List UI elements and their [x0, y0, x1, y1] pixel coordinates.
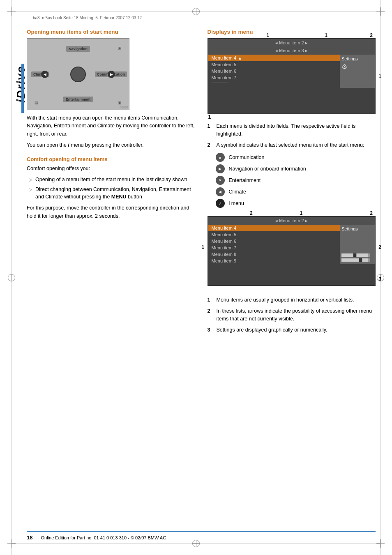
settings-bars	[341, 253, 373, 263]
bottom-label-3: 3	[378, 276, 381, 282]
section1-heading: Opening menu items of start menu	[27, 29, 195, 35]
section2-heading: Comfort opening of menu items	[27, 156, 195, 162]
screen1-item5: Menu item 5	[208, 61, 340, 68]
screen2: 2 1 2 ◂ Menu item 2 ▸ Menu item 4 Menu i…	[208, 216, 376, 286]
numbered-item-2-1: 1 Menu items are usually grouped in hori…	[208, 296, 376, 304]
side-label-screen2-2: 2	[378, 244, 381, 250]
body-text-2: You can open the i menu by pressing the …	[27, 141, 195, 149]
footer: 18 Online Edition for Part no. 01 41 0 0…	[27, 531, 376, 541]
screen1-item6: Menu item 6	[208, 68, 340, 74]
circle-mark-bottom	[192, 540, 200, 547]
header-info: ba8_m5us.book Seite 18 Montag, 5. Februa…	[33, 16, 142, 20]
bullet-item-2: ▷ Direct changing between Communication,…	[29, 186, 195, 201]
circle-mark-left	[8, 274, 15, 281]
screen1-menu-list: Menu item 4 ▲ Menu item 5 Menu item 6 Me…	[208, 55, 340, 88]
screen1-scrollbar: ▔▔▔▔▔	[208, 81, 340, 88]
screen1-item4: Menu item 4 ▲	[208, 55, 340, 61]
two-column-layout: Opening menu items of start menu Navigat…	[27, 29, 376, 338]
crosshair-bottom-left	[7, 539, 16, 548]
screen1-item7: Menu item 7	[208, 74, 340, 81]
file-info-text: ba8_m5us.book Seite 18 Montag, 5. Februa…	[33, 16, 142, 20]
screen2-row1: ◂ Menu item 2 ▸	[208, 217, 375, 225]
screen2-item9: Menu item 9	[208, 258, 340, 264]
numbered-items-group2: 1 Menu items are usually grouped in hori…	[208, 296, 376, 334]
label-1-top-left: 1	[266, 32, 269, 38]
bullet-text-1: Opening of a menu item of the start menu…	[35, 176, 187, 184]
symbol-imenu: i i menu	[216, 199, 376, 208]
screen2-item4: Menu item 4	[208, 225, 340, 231]
label-2-top: 2	[370, 32, 373, 38]
bullet-list: ▷ Opening of a menu item of the start me…	[29, 176, 195, 201]
ent-label: Entertainment	[229, 177, 261, 183]
numbered-items-group1: 1 Each menu is divided into fields. The …	[208, 122, 376, 149]
text-2-3: Settings are displayed graphically or nu…	[217, 326, 327, 334]
side-label-1: 1	[378, 74, 381, 79]
start-menu-screen: Navigation Entertainment Climate Communi…	[27, 38, 129, 110]
comm-icon: ▲	[216, 153, 225, 162]
num-2-1: 1	[208, 296, 213, 304]
gear-icon: ⚙	[341, 63, 373, 71]
bullet-arrow-2: ▷	[29, 186, 32, 193]
imenu-label: i menu	[229, 200, 244, 206]
bar-row-1	[341, 253, 370, 257]
nav-bottom: Entertainment	[63, 97, 93, 102]
body-text-1: With the start menu you can open the men…	[27, 114, 195, 138]
controller-knob	[70, 67, 86, 82]
crosshair-top-left	[7, 7, 16, 16]
screen1-row2: ◂ Menu item 3 ▸	[208, 47, 375, 55]
label-2-top-r: 2	[370, 210, 373, 216]
text-1-1: Each menu is divided into fields. The re…	[217, 122, 376, 138]
sidebar-label: iDrive	[14, 66, 28, 103]
comm-label: Communication	[229, 154, 265, 160]
screen2-item6: Menu item 6	[208, 238, 340, 244]
symbol-list: ▲ Communication ▶ Navigation or onboard …	[216, 153, 376, 208]
numbered-item-2-2: 2 In these lists, arrows indicate the po…	[208, 307, 376, 323]
num-1: 1	[208, 122, 213, 138]
settings-panel: Settings ⚙	[340, 55, 375, 88]
ent-icon: ✕	[216, 176, 225, 185]
right-column: Displays in menu 1 1 2 ◂ Menu item 2 ▸ ◂…	[208, 29, 376, 338]
screen2-main-area: Menu item 4 Menu item 5 Menu item 6 Menu…	[208, 225, 375, 264]
numbered-item-2-3: 3 Settings are displayed graphically or …	[208, 326, 376, 334]
text-2-2: In these lists, arrows indicate the poss…	[217, 307, 376, 323]
screen-icon-tr: ▣	[118, 46, 122, 50]
screen1: 1 1 2 ◂ Menu item 2 ▸ ◂ Menu item 3 ▸ Me…	[208, 38, 376, 114]
page-number: 18	[27, 534, 32, 541]
climate-label: Climate	[229, 189, 246, 195]
screen2-item7: Menu item 7	[208, 244, 340, 251]
screen-icon-br: ▣	[118, 101, 122, 105]
symbol-communication: ▲ Communication	[216, 153, 376, 162]
settings-label: Settings	[341, 56, 373, 61]
bullet-item-1: ▷ Opening of a menu item of the start me…	[29, 176, 195, 184]
screen-icon-bl: ▤	[35, 101, 38, 105]
num-2-2: 2	[208, 307, 213, 323]
left-column: Opening menu items of start menu Navigat…	[27, 29, 195, 338]
footer-text: Online Edition for Part no. 01 41 0 013 …	[41, 535, 166, 540]
displays-heading: Displays in menu	[208, 29, 376, 35]
symbol-climate: ◀ Climate	[216, 187, 376, 196]
screen2-menu-list: Menu item 4 Menu item 5 Menu item 6 Menu…	[208, 225, 340, 264]
nav-top: Navigation	[66, 46, 90, 52]
numbered-item-1-1: 1 Each menu is divided into fields. The …	[208, 122, 376, 138]
footer-paragraph: For this purpose, move the controller in…	[27, 204, 195, 220]
settings-panel-2: Settings	[340, 225, 375, 264]
num-2-3: 3	[208, 326, 213, 334]
numbered-item-1-2: 2 A symbol indicates the last selected m…	[208, 141, 376, 149]
comfort-intro: Comfort opening offers you:	[27, 165, 195, 173]
crosshair-bottom-right	[376, 539, 385, 548]
nav-label: Navigation or onboard information	[229, 166, 306, 172]
label-1-top-right: 1	[325, 32, 327, 38]
symbol-navigation: ▶ Navigation or onboard information	[216, 164, 376, 173]
screen1-row1: ◂ Menu item 2 ▸	[208, 39, 375, 47]
crosshair-top-right	[376, 7, 385, 16]
blue-accent-bar	[21, 64, 24, 113]
imenu-icon: i	[216, 199, 225, 208]
label-2-top-l: 2	[250, 210, 253, 216]
bullet-arrow-1: ▷	[29, 176, 32, 183]
side-label-screen2-1: 1	[202, 244, 205, 250]
text-2-1: Menu items are usually grouped in horizo…	[217, 296, 354, 304]
label-1-top-mid: 1	[300, 210, 303, 216]
screen2-item5: Menu item 5	[208, 231, 340, 238]
circle-mark-top	[192, 8, 200, 15]
text-1-2: A symbol indicates the last selected men…	[217, 141, 364, 149]
